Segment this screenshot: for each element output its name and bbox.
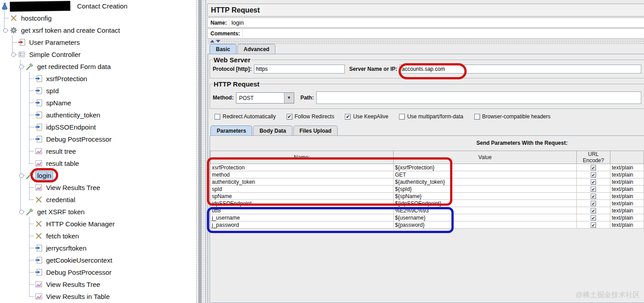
param-content-type-cell[interactable]: text/plain xyxy=(610,193,644,200)
param-encode-cell: ✔ xyxy=(577,193,610,200)
tab-parameters[interactable]: Parameters xyxy=(210,126,252,135)
url-encode-checkbox[interactable]: ✔ xyxy=(591,208,596,213)
param-content-type-cell[interactable]: text/plain xyxy=(610,221,644,229)
tab-basic[interactable]: Basic xyxy=(210,44,236,54)
param-content-type-cell[interactable]: text/plain xyxy=(610,186,644,193)
comments-input[interactable] xyxy=(242,29,644,38)
tree-item-get-xsrf-token-and-create-contact[interactable]: get xsrf token and create Contact xyxy=(0,24,196,36)
tab-advanced[interactable]: Advanced xyxy=(237,44,275,54)
checkbox-use-keepalive[interactable]: ✔ xyxy=(345,114,351,120)
tree-item-xsrfprotection[interactable]: xsrfProtection xyxy=(0,73,196,85)
param-content-type-cell[interactable]: text/plain xyxy=(610,207,644,214)
param-value-cell[interactable]: ${spName} xyxy=(394,193,577,200)
collapse-up-icon[interactable] xyxy=(210,40,215,43)
param-name-cell[interactable]: xsrfProtection xyxy=(210,164,394,171)
tree-item-getcookieusercontext[interactable]: getCookieUsercontext xyxy=(0,254,196,266)
path-label: Path: xyxy=(301,95,314,101)
chevron-down-icon[interactable]: ▼ xyxy=(284,93,294,103)
param-name-cell[interactable]: utf8 xyxy=(210,207,394,214)
checkbox-follow-redirects[interactable]: ✔ xyxy=(287,114,292,120)
tree-item-authenticity-token[interactable]: authenticity_token xyxy=(0,109,196,121)
tree-item-debug-postprocessor[interactable]: Debug PostProcessor xyxy=(0,266,196,278)
param-value-cell[interactable]: ${idpSSOEndpoint} xyxy=(394,200,577,207)
tree-item-credential[interactable]: credential xyxy=(0,194,196,206)
url-encode-checkbox[interactable]: ✔ xyxy=(591,222,596,228)
tree-expand-handle[interactable] xyxy=(19,173,24,178)
tree-expand-handle[interactable] xyxy=(11,52,16,57)
tree-item-http-cookie-manager[interactable]: HTTP Cookie Manager xyxy=(0,218,196,230)
param-name-cell[interactable]: authenticity_token xyxy=(210,178,394,186)
name-input[interactable] xyxy=(229,18,644,27)
param-name-cell[interactable]: j_password xyxy=(210,221,394,229)
tree-item-spname[interactable]: spName xyxy=(0,97,196,109)
param-content-type-cell[interactable]: text/plain xyxy=(610,200,644,207)
checkbox-browser-compatible-headers[interactable] xyxy=(474,114,480,120)
param-value-cell[interactable]: ${xsrfProtection} xyxy=(394,164,577,171)
url-encode-checkbox[interactable]: ✔ xyxy=(591,186,596,192)
checkbox-redirect-automatically[interactable] xyxy=(215,114,220,120)
tree-item-jerrycsrftoken[interactable]: jerrycsrftoken xyxy=(0,242,196,254)
tab-files-upload[interactable]: Files Upload xyxy=(293,126,338,135)
param-content-type-cell[interactable]: text/plain xyxy=(610,164,644,171)
protocol-input[interactable] xyxy=(254,65,345,74)
collapse-splitter[interactable] xyxy=(207,39,644,44)
param-value-cell[interactable]: GET xyxy=(394,171,577,178)
flask-icon xyxy=(1,2,9,10)
param-value-cell[interactable]: ${password} xyxy=(394,221,577,229)
tree-item-hostconfig[interactable]: hostconfig xyxy=(0,12,196,24)
tree-item-result-table[interactable]: result table xyxy=(0,157,196,169)
param-value-cell[interactable]: %E2%9C%93 xyxy=(394,207,577,214)
tree-item-view-results-tree[interactable]: View Results Tree xyxy=(0,278,196,290)
url-encode-checkbox[interactable]: ✔ xyxy=(591,201,596,206)
tree-item-result-tree[interactable]: result tree xyxy=(0,145,196,157)
param-value-cell[interactable]: ${username} xyxy=(394,214,577,221)
tree-expand-handle[interactable] xyxy=(19,65,24,69)
tree-item-idpssoendpoint[interactable]: idpSSOEndpoint xyxy=(0,121,196,133)
tree-item-get-redirected-form-data[interactable]: get redirected Form data xyxy=(0,61,196,73)
tree-item-label: get redirected Form data xyxy=(36,62,112,71)
tree-item-simple-controller[interactable]: Simple Controller xyxy=(0,48,196,61)
url-encode-checkbox[interactable]: ✔ xyxy=(591,215,596,221)
param-content-type-cell[interactable]: text/plain xyxy=(610,214,644,221)
tree-expand-handle[interactable] xyxy=(3,28,8,33)
server-name-input[interactable] xyxy=(399,65,641,74)
tree-connector xyxy=(29,284,34,285)
tree-item-debug-postprocessor[interactable]: Debug PostProcessor xyxy=(0,133,196,145)
tab-body-data[interactable]: Body Data xyxy=(253,126,292,135)
param-name-cell[interactable]: spId xyxy=(210,186,394,193)
param-value-cell[interactable]: ${spId} xyxy=(394,186,577,193)
checkbox-use-multipart-form-data[interactable] xyxy=(399,114,405,120)
tree-item-get-xsrf-token[interactable]: get XSRF token xyxy=(0,206,196,218)
param-name-cell[interactable]: spName xyxy=(210,193,394,200)
tree-connector xyxy=(4,18,9,18)
tree-item-spid[interactable]: spId xyxy=(0,85,196,97)
url-encode-checkbox[interactable]: ✔ xyxy=(591,194,596,199)
path-input[interactable] xyxy=(316,91,641,104)
tree-item-label: login xyxy=(36,171,53,180)
redacted-label xyxy=(10,0,70,11)
param-content-type-cell[interactable]: text/plain xyxy=(610,171,644,178)
param-name-cell[interactable]: idpSSOEndpoint xyxy=(210,200,394,207)
param-value-cell[interactable]: ${authenticity_token} xyxy=(394,178,577,186)
option-browser-compatible-headers: Browser-compatible headers xyxy=(474,113,551,120)
url-encode-checkbox[interactable]: ✔ xyxy=(591,172,596,177)
method-select[interactable]: POST ▼ xyxy=(236,92,294,104)
param-content-type-cell[interactable]: text/plain xyxy=(610,178,644,186)
param-name-cell[interactable]: method xyxy=(210,171,394,178)
tree-connector xyxy=(29,224,34,224)
param-name-cell[interactable]: j_username xyxy=(210,214,394,221)
param-encode-cell: ✔ xyxy=(577,214,610,221)
collapse-down-icon[interactable] xyxy=(216,40,220,43)
tree-item-view-results-in-table[interactable]: View Results in Table xyxy=(0,290,196,303)
tree-item-view-results-tree[interactable]: View Results Tree xyxy=(0,182,196,194)
tree-item-login[interactable]: login xyxy=(0,169,196,182)
tree-item-user-parameters[interactable]: User Parameters xyxy=(0,36,196,48)
tree-item-contact-creation[interactable]: Contact Creation xyxy=(0,0,196,12)
panel-splitter[interactable] xyxy=(196,0,206,303)
url-encode-checkbox[interactable]: ✔ xyxy=(591,165,596,170)
tree-item-fetch-token[interactable]: fetch token xyxy=(0,230,196,242)
http-request-group: HTTP Request Method: POST ▼ Path: xyxy=(210,80,644,109)
url-encode-checkbox[interactable]: ✔ xyxy=(591,179,596,185)
tree-expand-handle[interactable] xyxy=(19,210,24,214)
splitter-bar[interactable] xyxy=(198,0,202,303)
